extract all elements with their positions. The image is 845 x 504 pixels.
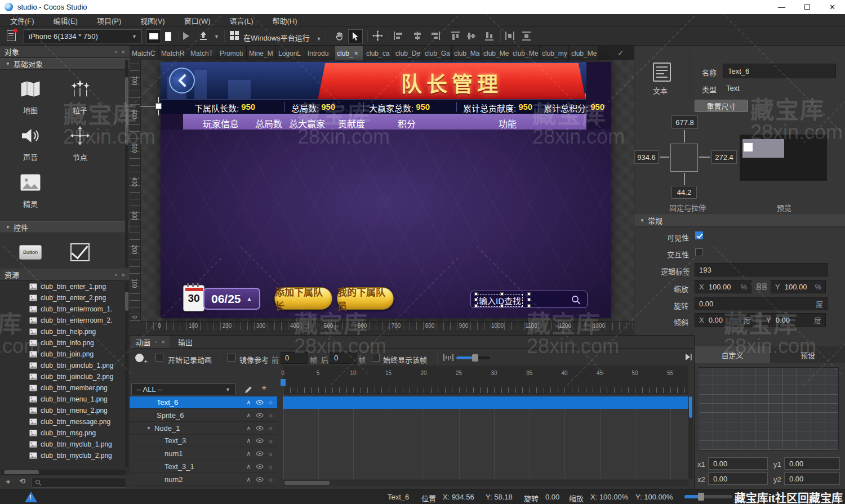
select-tool-button[interactable]	[348, 29, 363, 43]
timeline-ruler[interactable]: 0510152025303540455055	[283, 365, 688, 394]
resource-file-row[interactable]: club_btn_menu_1.png	[0, 394, 130, 405]
tab-overflow-icon[interactable]: ✓	[617, 49, 624, 57]
eye-visibility-icon[interactable]	[256, 400, 264, 405]
resource-file-row[interactable]: club_btn_myclub_1.png	[0, 439, 130, 450]
resource-file-row[interactable]: club_btn_message.png	[0, 416, 130, 427]
resource-file-row[interactable]: club_btn_myclub_2.png	[0, 450, 130, 461]
object-item-复选框[interactable]: 复选框	[55, 241, 105, 269]
lock-toggle-icon[interactable]: ○	[269, 463, 273, 470]
menu-item[interactable]: 窗口(W)	[184, 15, 211, 26]
landscape-orientation-button[interactable]	[146, 29, 161, 43]
distribute-horizontal-button[interactable]	[505, 31, 515, 41]
frames-before-input[interactable]: 0	[281, 352, 308, 364]
add-track-icon[interactable]: +	[261, 383, 266, 393]
warning-icon[interactable]	[25, 492, 37, 502]
menu-item[interactable]: 项目(P)	[97, 15, 121, 26]
easing-tab-custom[interactable]: 自定义	[695, 346, 770, 363]
resource-file-row[interactable]: club_btn_joinclub_1.png	[0, 360, 130, 371]
tab-Mine_M[interactable]: Mine_M	[247, 46, 276, 60]
easing-curve-grid[interactable]	[698, 367, 839, 451]
skew-x-input[interactable]: X 0.00 度	[695, 313, 755, 327]
object-item-地图[interactable]: 地图	[6, 78, 55, 115]
lock-toggle-icon[interactable]: ○	[269, 425, 273, 432]
tab-club_Me[interactable]: club_Me	[569, 46, 598, 60]
logic-tag-input[interactable]: 193	[695, 263, 828, 276]
tab-club_Ma[interactable]: club_Ma	[452, 46, 481, 60]
align-top-button[interactable]	[451, 31, 460, 41]
hand-tool-button[interactable]	[332, 29, 346, 43]
resource-file-row[interactable]: club_btn_info.png	[0, 337, 130, 349]
timeline-row-num1[interactable]: num1∧○	[130, 448, 277, 460]
my-members-button[interactable]: 我的下属队员	[337, 287, 394, 310]
collapse-track-icon[interactable]: ∧	[246, 425, 251, 432]
panel-close-icon[interactable]: ×	[122, 271, 125, 278]
menu-item[interactable]: 视图(V)	[140, 15, 164, 26]
menu-item[interactable]: 语言(L)	[230, 15, 254, 26]
section-header-控件[interactable]: ▼控件	[0, 221, 130, 233]
x1-input[interactable]: 0.00	[708, 457, 768, 470]
tab-club_Ga[interactable]: club_Ga	[422, 46, 452, 60]
scale-y-input[interactable]: Y 100.00 %	[771, 280, 826, 293]
x2-input[interactable]: 0.00	[708, 472, 768, 485]
interactivity-checkbox[interactable]	[695, 248, 703, 256]
timeline-hscrollbar[interactable]	[283, 480, 688, 486]
tab-club_my[interactable]: club_my	[540, 46, 569, 60]
anchor-top-field[interactable]: 677.8	[671, 115, 698, 129]
tab-animation[interactable]: 动画 ▫ ×	[131, 336, 170, 348]
tab-club_[interactable]: club_×	[335, 46, 364, 60]
timeline-zoom-slider[interactable]	[456, 356, 490, 359]
visibility-checkbox[interactable]	[695, 231, 703, 239]
tab-Promoti[interactable]: Promoti	[217, 46, 247, 60]
align-left-button[interactable]	[393, 31, 403, 41]
resource-file-row[interactable]: club_btn_member.png	[0, 382, 130, 394]
collapse-track-icon[interactable]: ∧	[246, 399, 251, 406]
record-animation-checkbox[interactable]	[155, 354, 163, 362]
panel-close-icon[interactable]: ×	[122, 48, 125, 55]
object-item-粒子[interactable]: 粒子	[55, 78, 105, 115]
y2-input[interactable]: 0.00	[784, 472, 840, 485]
resources-scrollbar[interactable]	[125, 282, 128, 467]
expander-caret-icon[interactable]: ▼	[146, 426, 151, 431]
eye-visibility-icon[interactable]	[256, 451, 264, 456]
timeline-row-Text_3[interactable]: Text_3∧○	[130, 435, 277, 447]
tab-club_ca[interactable]: club_ca	[364, 46, 393, 60]
lock-toggle-icon[interactable]: ○	[269, 412, 273, 419]
collapse-track-icon[interactable]: ∧	[246, 463, 251, 470]
publish-button[interactable]	[198, 31, 208, 41]
resource-file-row[interactable]: club_btn_enter_2.png	[0, 292, 130, 304]
portrait-orientation-button[interactable]	[162, 29, 174, 43]
resources-hscrollbar[interactable]	[2, 470, 126, 475]
always-show-frame-checkbox[interactable]	[372, 354, 380, 362]
eye-visibility-icon[interactable]	[256, 438, 264, 443]
anchor-right-field[interactable]: 272.4	[711, 150, 737, 164]
object-item-声音[interactable]: 声音	[6, 124, 55, 162]
eye-visibility-icon[interactable]	[256, 464, 264, 469]
name-input[interactable]: Text_6	[723, 64, 836, 78]
menu-item[interactable]: 编辑(E)	[54, 15, 78, 26]
lock-toggle-icon[interactable]: ○	[269, 438, 273, 444]
tab-club_Me[interactable]: club_Me	[481, 46, 510, 60]
object-item-精灵[interactable]: 精灵	[6, 171, 55, 209]
tab-close-icon[interactable]: ×	[354, 50, 358, 57]
timeline-vscrollbar[interactable]	[688, 396, 693, 479]
publish-options-caret[interactable]: ▼	[214, 34, 219, 39]
resource-file-row[interactable]: club_btn_join.png	[0, 349, 130, 360]
add-keyframe-icon[interactable]	[135, 354, 144, 362]
mirror-reference-checkbox[interactable]	[228, 354, 235, 362]
frames-after-input[interactable]: 0	[330, 352, 357, 364]
resource-file-row[interactable]: club_btn_help.png	[0, 326, 130, 337]
collapse-track-icon[interactable]: ∧	[246, 412, 251, 419]
eye-visibility-icon[interactable]	[256, 477, 264, 482]
objects-scrollbar[interactable]	[125, 60, 128, 267]
timeline-row-Sprite_6[interactable]: Sprite_6∧○	[130, 409, 277, 422]
date-dropdown[interactable]: 06/25 ▲	[203, 288, 260, 310]
edit-pencil-icon[interactable]	[244, 385, 253, 394]
panel-float-icon[interactable]: ▫	[155, 339, 157, 345]
collapse-track-icon[interactable]: ∧	[246, 476, 251, 483]
eye-visibility-icon[interactable]	[256, 426, 264, 431]
timeline-row-num2[interactable]: num2∧○	[130, 474, 277, 486]
lock-toggle-icon[interactable]: ○	[269, 399, 273, 406]
distribute-vertical-button[interactable]	[522, 31, 531, 41]
timeline-grid[interactable]	[283, 396, 688, 479]
y1-input[interactable]: 0.00	[784, 457, 840, 470]
